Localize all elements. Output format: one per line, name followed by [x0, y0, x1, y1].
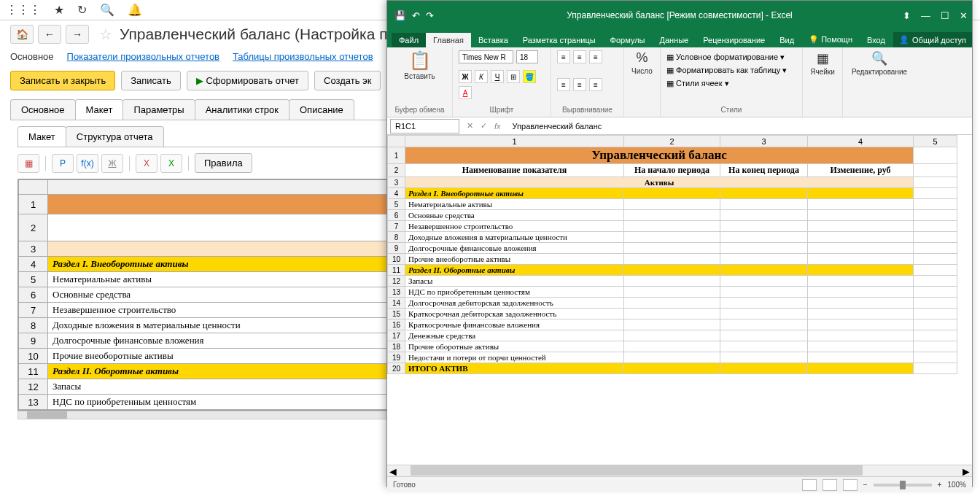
data-cell[interactable]	[808, 330, 914, 341]
data-cell[interactable]	[720, 210, 808, 221]
data-cell[interactable]	[624, 210, 720, 221]
row-header[interactable]: 14	[388, 298, 405, 309]
share-button[interactable]: 👤 Общий доступ	[893, 32, 972, 47]
data-cell[interactable]: Раздел II. Оборотные активы	[405, 265, 624, 276]
data-cell[interactable]	[624, 199, 720, 210]
header-cell[interactable]: Изменение, руб	[808, 164, 914, 177]
ribbon-toggle-icon[interactable]: ⬍	[903, 10, 911, 21]
italic-button[interactable]: К	[475, 70, 488, 83]
data-cell[interactable]	[624, 243, 720, 254]
favorite-icon[interactable]: ☆	[99, 26, 112, 43]
row-header[interactable]: 4	[388, 188, 405, 199]
data-cell[interactable]	[808, 188, 914, 199]
row-header[interactable]: 9	[388, 243, 405, 254]
header-cell[interactable]: На конец периода	[720, 164, 808, 177]
tab-layout[interactable]: Разметка страницы	[516, 33, 603, 47]
row-header[interactable]: 5	[388, 199, 405, 210]
data-cell[interactable]	[808, 287, 914, 298]
data-cell[interactable]: Прочие внеоборотные активы	[405, 254, 624, 265]
tab-view[interactable]: Вид	[772, 33, 801, 47]
data-cell[interactable]	[808, 232, 914, 243]
title-cell[interactable]: Управленческий баланс	[405, 147, 914, 164]
data-cell[interactable]: Денежные средства	[405, 330, 624, 341]
data-cell[interactable]	[624, 309, 720, 319]
fx-icon[interactable]: fx	[494, 122, 501, 131]
forward-button[interactable]: →	[66, 25, 89, 44]
row-header[interactable]: 7	[388, 221, 405, 232]
data-cell[interactable]	[720, 363, 808, 374]
row-header[interactable]: 20	[388, 363, 405, 374]
tool-5[interactable]: X	[136, 154, 158, 173]
align-top[interactable]: ≡	[557, 50, 570, 63]
redo-icon[interactable]: ↷	[426, 10, 434, 21]
horizontal-scrollbar[interactable]: ◄ ►	[387, 465, 972, 476]
tab-osnovnoe[interactable]: Основное	[10, 99, 76, 120]
home-button[interactable]: 🏠	[10, 25, 34, 44]
data-cell[interactable]	[624, 363, 720, 374]
color-button[interactable]: А	[459, 86, 472, 99]
data-cell[interactable]	[624, 319, 720, 330]
header-cell[interactable]: Наименование показателя	[405, 164, 624, 177]
close-icon[interactable]: ✕	[960, 10, 968, 21]
header-cell[interactable]: На начало периода	[624, 164, 720, 177]
data-cell[interactable]	[720, 243, 808, 254]
size-input[interactable]	[516, 50, 538, 63]
data-cell[interactable]	[624, 341, 720, 352]
number-button[interactable]: %Число	[630, 50, 654, 75]
cells-button[interactable]: ▦Ячейки	[809, 50, 836, 76]
tab-analytics[interactable]: Аналитики строк	[195, 99, 289, 120]
row-header[interactable]: 15	[388, 309, 405, 319]
tool-1[interactable]: ▦	[18, 154, 39, 173]
data-cell[interactable]	[720, 276, 808, 287]
zoom-slider[interactable]	[874, 484, 932, 487]
row-header[interactable]: 5	[19, 272, 48, 287]
row-header[interactable]: 3	[19, 241, 48, 257]
zoom-out[interactable]: −	[863, 481, 868, 489]
align-center[interactable]: ≡	[573, 78, 586, 91]
tab-formulas[interactable]: Формулы	[603, 33, 653, 47]
data-cell[interactable]	[720, 265, 808, 276]
view-layout[interactable]	[822, 479, 837, 491]
maximize-icon[interactable]: ☐	[941, 10, 949, 21]
data-cell[interactable]	[808, 341, 914, 352]
tool-2[interactable]: P	[52, 154, 74, 173]
col-header[interactable]: 3	[720, 136, 808, 147]
tool-3[interactable]: f(x)	[77, 154, 98, 173]
data-cell[interactable]	[720, 341, 808, 352]
cancel-icon[interactable]: ✕	[467, 121, 473, 131]
zoom-level[interactable]: 100%	[947, 481, 966, 489]
row-header[interactable]: 12	[19, 379, 48, 395]
row-header[interactable]: 13	[19, 395, 48, 410]
row-header[interactable]: 11	[19, 364, 48, 379]
row-header[interactable]: 1	[388, 147, 405, 164]
row-header[interactable]: 7	[19, 303, 48, 318]
data-cell[interactable]: Недостачи и потери от порчи ценностей	[405, 352, 624, 363]
data-cell[interactable]	[624, 287, 720, 298]
tool-4[interactable]: Ж	[101, 154, 123, 173]
data-cell[interactable]	[720, 188, 808, 199]
excel-grid[interactable]: 1 2 3 4 5 1Управленческий баланс 2 Наиме…	[387, 135, 972, 465]
tab-main[interactable]: Основное	[10, 51, 54, 62]
data-cell[interactable]	[808, 265, 914, 276]
align-mid[interactable]: ≡	[573, 50, 586, 63]
subtab-structure[interactable]: Структура отчета	[66, 126, 164, 147]
row-header[interactable]: 6	[388, 210, 405, 221]
save-close-button[interactable]: Записать и закрыть	[10, 71, 115, 90]
tab-params[interactable]: Параметры	[122, 99, 195, 120]
tab-insert[interactable]: Вставка	[471, 33, 516, 47]
generate-button[interactable]: ▶ Сформировать отчет	[187, 71, 308, 90]
data-cell[interactable]	[624, 276, 720, 287]
row-header[interactable]: 8	[388, 232, 405, 243]
create-button[interactable]: Создать эк	[314, 71, 381, 90]
row-header[interactable]: 2	[388, 164, 405, 177]
data-cell[interactable]	[808, 298, 914, 309]
row-header[interactable]: 18	[388, 341, 405, 352]
data-cell[interactable]: Краткосрочные финансовые вложения	[405, 319, 624, 330]
underline-button[interactable]: Ч	[491, 70, 504, 83]
fill-button[interactable]: 🪣	[523, 70, 536, 83]
row-header[interactable]: 12	[388, 276, 405, 287]
rules-button[interactable]: Правила	[195, 153, 252, 173]
apps-icon[interactable]: ⋮⋮⋮	[6, 3, 41, 17]
zoom-in[interactable]: +	[938, 481, 942, 489]
formula-input[interactable]: Управленческий баланс	[508, 122, 972, 131]
